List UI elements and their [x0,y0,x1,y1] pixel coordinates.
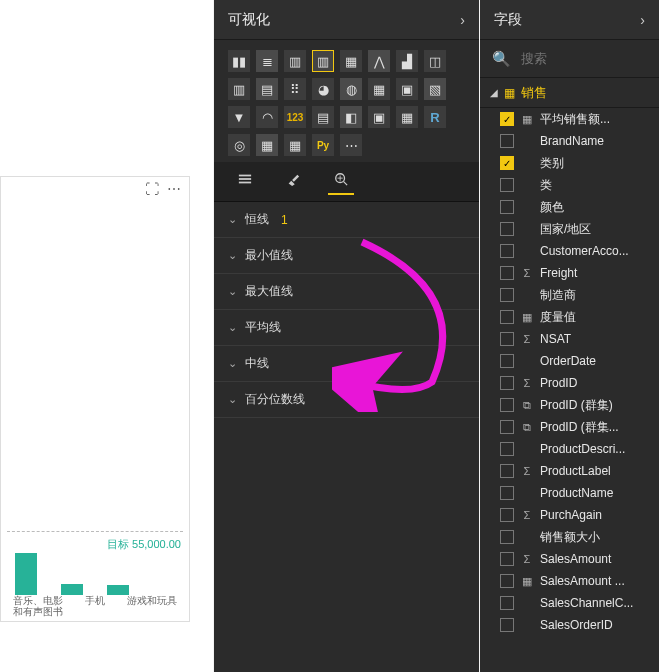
field-row[interactable]: ΣFreight [480,262,659,284]
sum-icon: Σ [520,267,534,279]
field-row[interactable]: ΣProdID [480,372,659,394]
focus-icon[interactable]: ⛶ [145,181,159,197]
field-row[interactable]: ProductName [480,482,659,504]
collapse-vis-icon[interactable]: › [460,12,465,28]
gauge-icon[interactable]: ◠ [256,106,278,128]
treemap-icon[interactable]: ▦ [368,78,390,100]
map-icon[interactable]: ▣ [396,78,418,100]
field-checkbox[interactable] [500,530,514,544]
stacked-bar-icon[interactable]: ▮▮ [228,50,250,72]
field-row[interactable]: 国家/地区 [480,218,659,240]
combo-icon[interactable]: ◫ [424,50,446,72]
field-row[interactable]: CustomerAcco... [480,240,659,262]
multicard-icon[interactable]: ▤ [312,106,334,128]
table-icon[interactable]: ▦ [396,106,418,128]
field-checkbox[interactable] [500,596,514,610]
field-row[interactable]: ProductDescri... [480,438,659,460]
collapse-fields-icon[interactable]: › [640,12,645,28]
field-checkbox[interactable] [500,574,514,588]
field-checkbox[interactable] [500,288,514,302]
filled-map-icon[interactable]: ▧ [424,78,446,100]
field-checkbox[interactable] [500,244,514,258]
analytics-section-2[interactable]: ⌄最大值线 [214,274,479,310]
field-row[interactable]: ✓类别 [480,152,659,174]
field-row[interactable]: ΣSalesAmount [480,548,659,570]
field-row[interactable]: ΣNSAT [480,328,659,350]
field-checkbox[interactable]: ✓ [500,112,514,126]
field-checkbox[interactable] [500,442,514,456]
table-icon: ▦ [504,86,515,100]
analytics-section-5[interactable]: ⌄百分位数线 [214,382,479,418]
field-row[interactable]: OrderDate [480,350,659,372]
bar-label: 游戏和玩具 [124,595,181,617]
field-label: SalesChannelC... [540,596,651,610]
ribbon-icon[interactable]: ▥ [228,78,250,100]
field-row[interactable]: BrandName [480,130,659,152]
scatter-icon[interactable]: ⠿ [284,78,306,100]
waterfall-icon[interactable]: ▤ [256,78,278,100]
grp-icon: ⧉ [520,399,534,412]
field-row[interactable]: SalesOrderID [480,614,659,636]
visual-preview-card: ⛶ ⋯ 目标 55,000.00 音乐、电影和有声图书手机游戏和玩具 [0,176,190,622]
field-checkbox[interactable] [500,266,514,280]
slicer-icon[interactable]: ▣ [368,106,390,128]
field-label: ProductLabel [540,464,651,478]
matrix2-icon[interactable]: ▦ [284,134,306,156]
field-row[interactable]: ΣPurchAgain [480,504,659,526]
table2-icon[interactable]: ▦ [256,134,278,156]
field-checkbox[interactable] [500,222,514,236]
field-row[interactable]: 销售额大小 [480,526,659,548]
area-icon[interactable]: ▟ [396,50,418,72]
field-checkbox[interactable] [500,486,514,500]
field-label: SalesAmount [540,552,651,566]
column-icon[interactable]: ▥ [284,50,306,72]
pie-icon[interactable]: ◕ [312,78,334,100]
field-checkbox[interactable] [500,310,514,324]
field-row[interactable]: 制造商 [480,284,659,306]
field-row[interactable]: 类 [480,174,659,196]
field-checkbox[interactable] [500,200,514,214]
clustered-bar-icon[interactable]: ≣ [256,50,278,72]
more-icon[interactable]: ⋯ [167,181,181,197]
field-row[interactable]: ▦SalesAmount ... [480,570,659,592]
donut-icon[interactable]: ◍ [340,78,362,100]
field-checkbox[interactable] [500,398,514,412]
analytics-tab[interactable] [328,169,354,195]
card-icon[interactable]: 123 [284,106,306,128]
stacked-column-icon[interactable]: ▥ [312,50,334,72]
field-row[interactable]: ⧉ProdID (群集) [480,394,659,416]
field-checkbox[interactable] [500,134,514,148]
field-row[interactable]: 颜色 [480,196,659,218]
field-checkbox[interactable] [500,376,514,390]
fields-search-input[interactable] [521,51,659,66]
table-header[interactable]: ◢ ▦ 销售 [480,78,659,108]
field-checkbox[interactable] [500,178,514,192]
format-tab[interactable] [280,169,306,195]
field-checkbox[interactable] [500,464,514,478]
python-icon[interactable]: Py [312,134,334,156]
funnel-icon[interactable]: ▼ [228,106,250,128]
field-checkbox[interactable] [500,332,514,346]
field-row[interactable]: SalesChannelC... [480,592,659,614]
field-row[interactable]: ✓▦平均销售额... [480,108,659,130]
field-checkbox[interactable] [500,508,514,522]
field-row[interactable]: ⧉ProdID (群集... [480,416,659,438]
analytics-section-1[interactable]: ⌄最小值线 [214,238,479,274]
analytics-section-0[interactable]: ⌄恒线1 [214,202,479,238]
more-visuals-icon[interactable]: ⋯ [340,134,362,156]
matrix-icon[interactable]: R [424,106,446,128]
field-checkbox[interactable]: ✓ [500,156,514,170]
field-row[interactable]: ΣProductLabel [480,460,659,482]
analytics-section-4[interactable]: ⌄中线 [214,346,479,382]
fields-tab[interactable] [232,169,258,195]
line-icon[interactable]: ⋀ [368,50,390,72]
globe-icon[interactable]: ◎ [228,134,250,156]
field-checkbox[interactable] [500,420,514,434]
kpi-icon[interactable]: ◧ [340,106,362,128]
clustered-column-icon[interactable]: ▦ [340,50,362,72]
field-row[interactable]: ▦度量值 [480,306,659,328]
field-checkbox[interactable] [500,618,514,632]
field-checkbox[interactable] [500,354,514,368]
analytics-section-3[interactable]: ⌄平均线 [214,310,479,346]
field-checkbox[interactable] [500,552,514,566]
